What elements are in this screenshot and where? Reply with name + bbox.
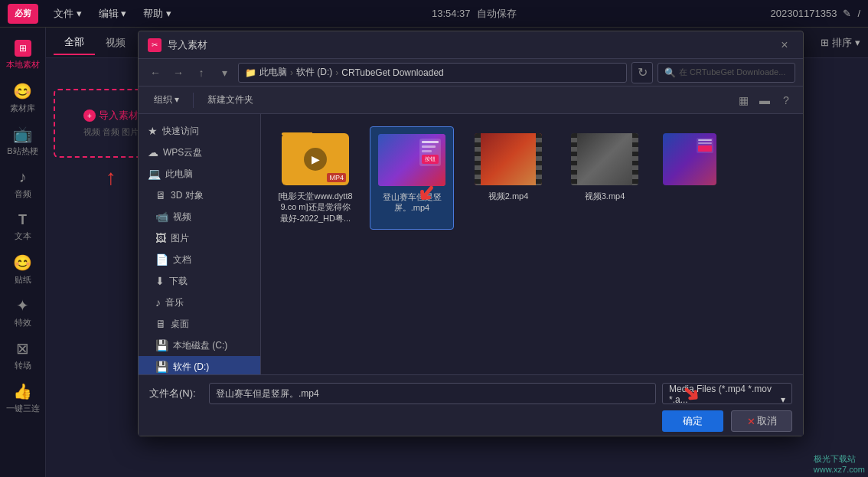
sidebar-item-transition[interactable]: ⊠ 转场 (2, 335, 44, 375)
file-name-3: 视频2.mp4 (488, 191, 529, 201)
search-icon: 🔍 (664, 67, 676, 78)
desktop-icon: 🖥 (155, 318, 166, 330)
sidebar-item-sticker[interactable]: 😊 贴纸 (2, 250, 44, 289)
this-pc-icon: 💻 (148, 168, 161, 180)
filename-input[interactable] (209, 383, 656, 404)
breadcrumb-sep2: › (335, 67, 338, 78)
view-help-btn[interactable]: ? (777, 91, 795, 109)
sort-icon: ⊞ (821, 37, 829, 48)
file-thumb-4 (570, 132, 639, 186)
file-item-5[interactable] (659, 126, 720, 230)
tree-downloads[interactable]: ⬇ 下载 (139, 270, 260, 292)
sticker-icon: 😊 (13, 253, 32, 272)
sort-arrow: ▾ (855, 37, 860, 48)
tree-docs[interactable]: 📄 文档 (139, 249, 260, 270)
nav-up-button[interactable]: ↑ (192, 64, 210, 82)
import-label: 导入素材 (99, 109, 139, 123)
refresh-button[interactable]: ↻ (631, 62, 653, 83)
tree-drive-c[interactable]: 💾 本地磁盘 (C:) (139, 335, 260, 356)
sidebar-label-audio: 音频 (15, 188, 31, 200)
import-button[interactable]: + 导入素材 (83, 109, 139, 123)
import-sublabel: 视频 音频 图片 (83, 126, 139, 138)
film-strip-left (475, 133, 481, 185)
slash-icon: / (857, 8, 860, 19)
organize-button[interactable]: 组织 ▾ (146, 90, 187, 109)
filetype-value: Media Files (*.mp4 *.mov *.a... (669, 384, 772, 405)
confirm-button[interactable]: 确定 (662, 410, 723, 432)
tree-3d[interactable]: 🖥 3D 对象 (139, 185, 260, 206)
dialog-titlebar: ✂ 导入素材 × (139, 31, 803, 59)
nav-back-button[interactable]: ← (146, 64, 165, 82)
wps-cloud-icon: ☁ (148, 146, 158, 158)
cancel-icon: ✕ (747, 416, 755, 427)
tree-videos[interactable]: 📹 视频 (139, 206, 260, 227)
tree-images[interactable]: 🖼 图片 (139, 227, 260, 249)
sidebar-item-library[interactable]: 😊 素材库 (2, 78, 44, 118)
cancel-button[interactable]: ✕ 取消 (731, 410, 792, 432)
file-name-1: [电影天堂www.dytt89.co m]还是觉得你最好-2022_HD粤... (276, 191, 354, 224)
videos-icon: 📹 (155, 211, 168, 223)
tree-label-docs: 文档 (173, 253, 251, 266)
file-item-1[interactable]: ▶ MP4 [电影天堂www.dytt89.co m]还是觉得你最好-2022_… (273, 126, 357, 230)
breadcrumb-computer[interactable]: 此电脑 (259, 66, 287, 79)
up-arrow: ↑ (106, 165, 116, 190)
tree-label-videos: 视频 (173, 211, 251, 224)
film-strip-right-4 (632, 133, 638, 185)
sidebar-item-bilibili[interactable]: 📺 B站热梗 (2, 121, 44, 161)
tree-quick-access[interactable]: ★ 快速访问 (139, 120, 260, 142)
tree-music[interactable]: ♪ 音乐 (139, 292, 260, 313)
sidebar-item-audio[interactable]: ♪ 音频 (2, 164, 44, 204)
new-folder-button[interactable]: 新建文件夹 (200, 90, 261, 109)
search-box[interactable]: 🔍 在 CRTubeGet Downloade... (658, 63, 795, 83)
file-item-2[interactable]: 按钮 登山赛车但是竖屏。.mp4 (370, 126, 454, 230)
tree-drive-d[interactable]: 💾 软件 (D:) (139, 356, 260, 374)
file-name-2: 登山赛车但是竖屏。.mp4 (374, 191, 450, 214)
tree-this-pc[interactable]: 💻 此电脑 (139, 163, 260, 185)
tab-video[interactable]: 视频 (95, 31, 136, 54)
library-icon: 😊 (13, 82, 32, 100)
dialog-nav: ← → ↑ ▾ 📁 此电脑 › 软件 (D:) › CRTubeGet Down… (139, 59, 803, 87)
menu-help[interactable]: 帮助 ▾ (137, 4, 178, 24)
filetype-select[interactable]: Media Files (*.mp4 *.mov *.a... ▾ (662, 383, 792, 404)
sidebar-label-bilibili: B站热梗 (7, 145, 38, 157)
view-icon-btn[interactable]: ▦ (734, 91, 752, 109)
file-name-4: 视频3.mp4 (585, 191, 625, 201)
menu-edit[interactable]: 编辑 ▾ (93, 4, 133, 24)
cancel-label: 取消 (757, 414, 777, 428)
watermark: 极光下载站 www.xz7.com (814, 453, 865, 474)
tree-label-drive-c: 本地磁盘 (C:) (173, 339, 251, 352)
file-dialog: ✂ 导入素材 × ← → ↑ ▾ 📁 此电脑 › 软件 (D:) › CRTub… (138, 31, 804, 436)
tree-label-quick-access: 快速访问 (162, 125, 251, 138)
menu-file[interactable]: 文件 ▾ (47, 4, 88, 24)
left-sidebar: ⊞ 本地素材 😊 素材库 📺 B站热梗 ♪ 音频 T 文本 😊 贴纸 ✦ 特效 … (0, 28, 46, 477)
nav-forward-button[interactable]: → (169, 64, 188, 82)
tree-wps-cloud[interactable]: ☁ WPS云盘 (139, 142, 260, 163)
breadcrumb-bar: 📁 此电脑 › 软件 (D:) › CRTubeGet Downloaded (238, 63, 627, 83)
sidebar-label-transition: 转场 (15, 360, 31, 371)
effects-icon: ✦ (16, 296, 29, 315)
edit-icon[interactable]: ✎ (843, 8, 851, 19)
import-dot-icon: + (83, 109, 96, 122)
sidebar-label-local: 本地素材 (6, 59, 40, 70)
breadcrumb-drive[interactable]: 软件 (D:) (296, 66, 332, 79)
view-list-btn[interactable]: ▬ (755, 91, 774, 109)
dialog-body: ★ 快速访问 ☁ WPS云盘 💻 此电脑 🖥 3D 对象 📹 视频 🖼 图片 (139, 114, 803, 374)
file-item-4[interactable]: 视频3.mp4 (563, 126, 647, 230)
sidebar-item-text[interactable]: T 文本 (2, 207, 44, 247)
sidebar-item-effects[interactable]: ✦ 特效 (2, 292, 44, 332)
sidebar-item-local[interactable]: ⊞ 本地素材 (2, 35, 44, 75)
tab-all[interactable]: 全部 (54, 31, 95, 55)
file-item-3[interactable]: 视频2.mp4 (466, 126, 550, 230)
sidebar-item-favorite[interactable]: 👍 一键三连 (2, 378, 44, 418)
breadcrumb-folder[interactable]: CRTubeGet Downloaded (341, 67, 443, 78)
dialog-close-button[interactable]: × (775, 36, 794, 54)
search-placeholder: 在 CRTubeGet Downloade... (679, 67, 785, 78)
tree-label-3d: 3D 对象 (171, 189, 251, 202)
tree-desktop[interactable]: 🖥 桌面 (139, 313, 260, 335)
sort-button[interactable]: ⊞ 排序 ▾ (821, 36, 860, 50)
app-logo: 必剪 (8, 4, 38, 24)
tree-panel: ★ 快速访问 ☁ WPS云盘 💻 此电脑 🖥 3D 对象 📹 视频 🖼 图片 (139, 114, 261, 374)
nav-dropdown-button[interactable]: ▾ (215, 64, 233, 82)
sidebar-label-favorite: 一键三连 (6, 403, 40, 414)
toolbar-separator (193, 93, 194, 108)
